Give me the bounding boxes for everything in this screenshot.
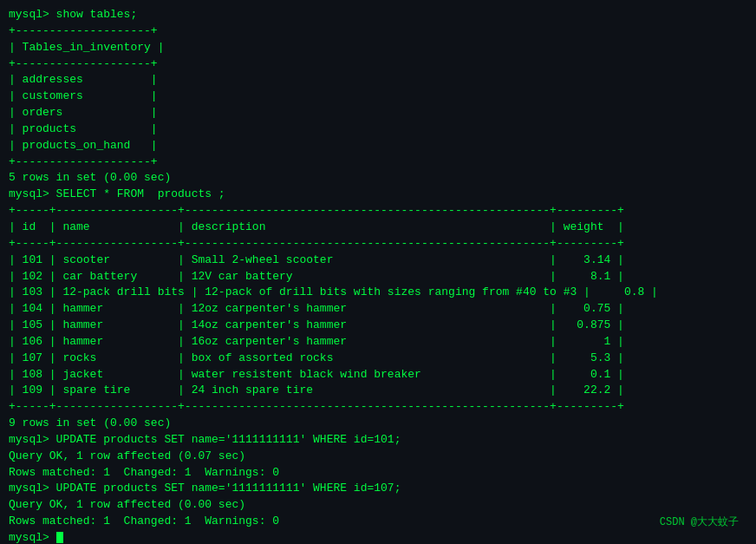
terminal-line: | addresses |	[9, 72, 747, 88]
terminal-line: mysql>	[9, 530, 747, 544]
terminal-line: mysql> show tables;	[9, 7, 747, 23]
terminal-line: +-----+------------------+--------------…	[9, 236, 747, 252]
terminal-line: | Tables_in_inventory |	[9, 40, 747, 56]
terminal-line: | customers |	[9, 88, 747, 105]
terminal-line: | 103 | 12-pack drill bits | 12-pack of …	[9, 285, 747, 301]
terminal-line: Query OK, 1 row affected (0.00 sec)	[9, 497, 747, 514]
terminal-line: mysql> UPDATE products SET name='1111111…	[9, 481, 747, 497]
terminal-line: | 108 | jacket | water resistent black w…	[9, 367, 747, 383]
terminal-line: | products |	[9, 121, 747, 138]
terminal-line: 9 rows in set (0.00 sec)	[9, 416, 747, 432]
terminal-line: | 107 | rocks | box of assorted rocks | …	[9, 351, 747, 367]
terminal-line: Query OK, 1 row affected (0.07 sec)	[9, 449, 747, 465]
terminal-line: +--------------------+	[9, 154, 747, 171]
terminal-line: | 109 | spare tire | 24 inch spare tire …	[9, 383, 747, 399]
terminal-line: +-----+------------------+--------------…	[9, 203, 747, 220]
terminal-line: | products_on_hand |	[9, 138, 747, 154]
terminal-line: | orders |	[9, 105, 747, 121]
terminal-line: | 102 | car battery | 12V car battery | …	[9, 269, 747, 285]
terminal-line: +-----+------------------+--------------…	[9, 399, 747, 416]
terminal-line: +--------------------+	[9, 23, 747, 40]
watermark: CSDN @大大蚊子	[660, 515, 739, 530]
cursor	[56, 532, 63, 543]
terminal-line: | 104 | hammer | 12oz carpenter's hammer…	[9, 301, 747, 318]
terminal-line: 5 rows in set (0.00 sec)	[9, 170, 747, 187]
terminal-line: | 105 | hammer | 14oz carpenter's hammer…	[9, 318, 747, 334]
terminal-line: Rows matched: 1 Changed: 1 Warnings: 0	[9, 465, 747, 482]
terminal-line: | id | name | description | weight |	[9, 220, 747, 236]
terminal-line: mysql> SELECT * FROM products ;	[9, 187, 747, 203]
output-area: mysql> show tables;+--------------------…	[9, 7, 747, 544]
terminal-line: | 101 | scooter | Small 2-wheel scooter …	[9, 252, 747, 269]
terminal-line: +--------------------+	[9, 56, 747, 73]
terminal-line: Rows matched: 1 Changed: 1 Warnings: 0	[9, 514, 747, 530]
terminal-line: | 106 | hammer | 16oz carpenter's hammer…	[9, 334, 747, 351]
terminal: mysql> show tables;+--------------------…	[9, 7, 747, 537]
terminal-line: mysql> UPDATE products SET name='1111111…	[9, 432, 747, 449]
